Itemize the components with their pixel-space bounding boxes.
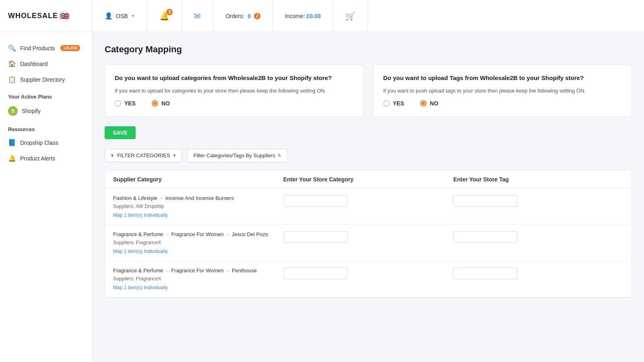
row-content-1: Fragrance & Perfume → Fragrance For Wome… bbox=[113, 231, 623, 254]
page-title: Category Mapping bbox=[105, 44, 632, 55]
product-alerts-icon: 🔔 bbox=[8, 154, 16, 162]
logo-container: WHOLESALE 🇬🇧 bbox=[0, 0, 93, 32]
map-link-2[interactable]: Map 1 item(s) Individually bbox=[113, 285, 168, 290]
suppliers-text-0: Suppliers: AW Dropship bbox=[113, 204, 283, 209]
your-active-plans-title: Your Active Plans bbox=[0, 87, 92, 102]
chevron-down-icon: ▼ bbox=[131, 14, 135, 18]
dashboard-label: Dashboard bbox=[20, 61, 48, 67]
bell-badge: 0 bbox=[166, 9, 173, 15]
cat-arrow-1-2: → bbox=[225, 232, 230, 237]
category-path-2: Fragrance & Perfume → Fragrance For Wome… bbox=[113, 267, 283, 274]
cat-name-2-2: Fragrance For Women bbox=[171, 267, 224, 274]
supplier-category-cell-1: Fragrance & Perfume → Fragrance For Wome… bbox=[113, 231, 283, 254]
supplier-category-cell-2: Fragrance & Perfume → Fragrance For Wome… bbox=[113, 267, 283, 290]
supplier-filter-label: Filter Categories/Tags By Suppliers bbox=[194, 152, 275, 158]
user-name-label: OSB bbox=[116, 13, 128, 19]
user-menu[interactable]: 👤 OSB ▼ bbox=[93, 0, 147, 32]
header-supplier-category: Supplier Category bbox=[113, 176, 283, 183]
header-store-category: Enter Your Store Category bbox=[283, 176, 454, 183]
store-category-input-0[interactable] bbox=[283, 195, 348, 207]
yes-radio-label: YES bbox=[124, 100, 136, 107]
tags-yes-radio-circle bbox=[383, 100, 390, 107]
messages-button[interactable]: ✉ bbox=[182, 0, 213, 32]
sidebar-item-find-products[interactable]: 🔍 Find Products 145,050 bbox=[0, 40, 92, 56]
store-category-cell-0 bbox=[283, 195, 454, 207]
filter-chevron-icon: ▼ bbox=[173, 153, 177, 158]
bell-wrapper: 🔔 0 bbox=[159, 11, 169, 21]
store-tag-input-0[interactable] bbox=[453, 195, 518, 207]
upload-tags-radio-group: YES NO bbox=[383, 100, 622, 107]
upload-categories-no-radio[interactable]: NO bbox=[152, 100, 170, 107]
sidebar-item-product-alerts[interactable]: 🔔 Product Alerts bbox=[0, 150, 92, 166]
table-row: Fashion & Lifestyle → Incense And Incens… bbox=[105, 189, 632, 225]
table-header-row: Supplier Category Enter Your Store Categ… bbox=[105, 171, 632, 189]
main-content: Category Mapping Do you want to upload c… bbox=[93, 32, 644, 362]
sidebar-item-supplier-directory[interactable]: 📋 Supplier Directory bbox=[0, 72, 92, 87]
upload-tags-no-radio[interactable]: NO bbox=[420, 100, 438, 107]
category-path-0: Fashion & Lifestyle → Incense And Incens… bbox=[113, 195, 283, 201]
resources-title: Resources bbox=[0, 120, 92, 135]
store-category-input-2[interactable] bbox=[283, 267, 348, 279]
cat-name-2-3: Penthouse bbox=[232, 267, 257, 274]
filter-categories-label: FILTER CATEGORIES bbox=[117, 152, 170, 158]
map-link-1[interactable]: Map 1 item(s) Individually bbox=[113, 249, 168, 254]
tags-no-radio-circle bbox=[420, 100, 427, 107]
store-tag-cell-1 bbox=[453, 231, 623, 243]
suppliers-text-1: Suppliers: FragranceX bbox=[113, 240, 283, 245]
logo-flag-icon: 🇬🇧 bbox=[59, 10, 70, 22]
save-button[interactable]: SAVE bbox=[105, 126, 136, 139]
notifications-button[interactable]: 🔔 0 bbox=[147, 0, 182, 32]
shopify-icon: S bbox=[8, 106, 18, 116]
store-tag-input-2[interactable] bbox=[453, 267, 518, 279]
settings-cards-row: Do you want to upload categories from Wh… bbox=[105, 64, 632, 117]
sidebar: 🔍 Find Products 145,050 🏠 Dashboard 📋 Su… bbox=[0, 32, 93, 362]
orders-info: Orders: 0 2 bbox=[225, 13, 260, 19]
upload-categories-radio-group: YES NO bbox=[115, 100, 353, 107]
income-info: Income: £0.00 bbox=[285, 13, 321, 19]
store-category-input-1[interactable] bbox=[283, 231, 348, 243]
user-icon: 👤 bbox=[105, 12, 113, 20]
map-link-0[interactable]: Map 1 item(s) Individually bbox=[113, 212, 168, 218]
upload-tags-yes-radio[interactable]: YES bbox=[383, 100, 404, 107]
filter-icon: ▼ bbox=[110, 153, 115, 158]
header-store-tag: Enter Your Store Tag bbox=[453, 176, 623, 183]
store-tag-cell-0 bbox=[453, 195, 623, 207]
no-radio-circle bbox=[152, 100, 158, 107]
cat-arrow-0-1: → bbox=[159, 195, 164, 201]
cat-name-0-1: Fashion & Lifestyle bbox=[113, 195, 157, 201]
cart-button[interactable]: 🛒 bbox=[333, 0, 368, 32]
filter-row: ▼ FILTER CATEGORIES ▼ Filter Categories/… bbox=[105, 149, 632, 162]
dashboard-icon: 🏠 bbox=[8, 60, 16, 68]
cat-arrow-2-2: → bbox=[225, 268, 230, 274]
supplier-filter-dropdown[interactable]: Filter Categories/Tags By Suppliers ⇅ bbox=[187, 149, 288, 162]
store-tag-input-1[interactable] bbox=[453, 231, 518, 243]
sidebar-item-shopify[interactable]: S Shopify bbox=[0, 102, 92, 120]
orders-count: 0 bbox=[248, 13, 251, 19]
find-products-badge: 145,050 bbox=[60, 45, 80, 51]
sidebar-item-dropship-class[interactable]: 📘 Dropship Class bbox=[0, 135, 92, 150]
row-content-0: Fashion & Lifestyle → Incense And Incens… bbox=[113, 195, 623, 218]
income-value: £0.00 bbox=[307, 13, 321, 19]
shopify-label: Shopify bbox=[22, 108, 41, 114]
store-tag-cell-2 bbox=[453, 267, 623, 279]
upload-categories-hint: If you want to upload for categories to … bbox=[115, 88, 353, 94]
table-row: Fragrance & Perfume → Fragrance For Wome… bbox=[105, 225, 632, 261]
filter-categories-dropdown[interactable]: ▼ FILTER CATEGORIES ▼ bbox=[105, 149, 182, 162]
category-path-1: Fragrance & Perfume → Fragrance For Wome… bbox=[113, 231, 283, 237]
product-alerts-label: Product Alerts bbox=[20, 155, 55, 162]
orders-section[interactable]: Orders: 0 2 bbox=[213, 0, 272, 32]
upload-tags-card: Do you want to upload Tags from Wholesal… bbox=[373, 64, 632, 117]
logo-text: WHOLESALE bbox=[8, 12, 58, 20]
sidebar-item-dashboard[interactable]: 🏠 Dashboard bbox=[0, 56, 92, 72]
yes-radio-circle bbox=[115, 100, 121, 107]
upload-tags-hint: If you want to push upload tags to your … bbox=[383, 88, 622, 94]
cart-icon: 🛒 bbox=[345, 11, 355, 21]
store-category-cell-1 bbox=[283, 231, 454, 243]
header-nav: 👤 OSB ▼ 🔔 0 ✉ Orders: 0 2 Income: £0.00 bbox=[93, 0, 644, 32]
cat-name-1-2: Fragrance For Women bbox=[171, 231, 224, 237]
cat-arrow-2-1: → bbox=[165, 268, 169, 274]
supplier-category-cell-0: Fashion & Lifestyle → Incense And Incens… bbox=[113, 195, 283, 218]
supplier-directory-icon: 📋 bbox=[8, 76, 16, 83]
upload-categories-yes-radio[interactable]: YES bbox=[115, 100, 136, 107]
income-section: Income: £0.00 bbox=[273, 0, 333, 32]
